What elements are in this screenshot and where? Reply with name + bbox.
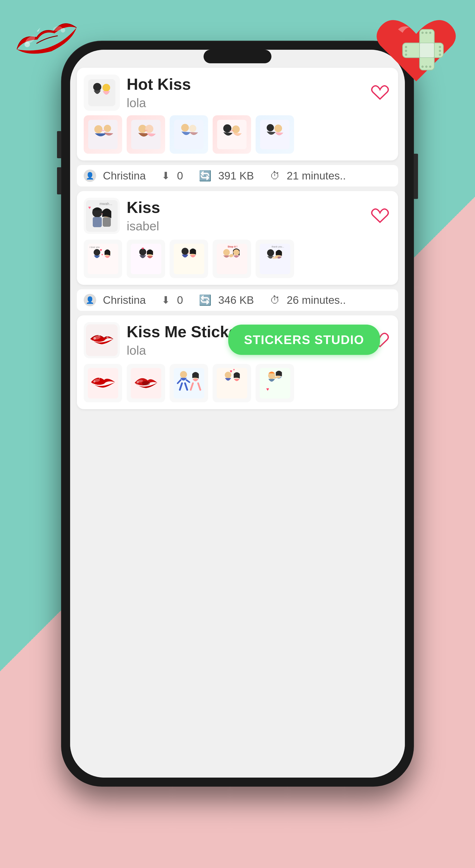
author-bar-kiss: 👤 Christina ⬇ 0 🔄 346 KB ⏱ 26 minutes.. [77,289,398,311]
svg-point-63 [267,249,274,256]
volume-button-2 [57,167,61,194]
heart-bandage-decoration [371,7,462,90]
sticker-item[interactable]: ♥ ♥ [213,364,251,402]
phone-screen: Hot Kiss lola [70,50,405,778]
svg-text:♥: ♥ [88,205,91,210]
size-value-1: 391 KB [218,169,254,182]
author-name-1: Christina [103,169,146,182]
time-value-2: 26 minutes.. [287,294,346,306]
svg-point-73 [93,380,95,382]
sticker-item[interactable] [127,364,165,402]
sticker-item[interactable]: i love you ♥ ♥ [84,240,122,278]
svg-point-27 [145,125,153,133]
pack-card-kiss-me: Kiss Me Sticker lola [77,315,398,409]
svg-point-36 [274,125,282,132]
sticker-item[interactable] [84,115,122,154]
pack-card-kiss: mwah... [77,191,398,285]
svg-rect-50 [131,244,161,274]
svg-point-30 [189,125,196,132]
sticker-item[interactable]: thank you... [256,240,294,278]
svg-point-23 [94,125,102,133]
svg-point-14 [425,32,427,34]
svg-text:♥: ♥ [233,368,235,371]
kiss-favorite-button[interactable] [369,205,391,227]
svg-text:♥: ♥ [100,248,102,252]
kiss-sticker-row: i love you ♥ ♥ [84,240,391,278]
svg-text:♥: ♥ [142,246,144,251]
svg-point-24 [104,125,111,132]
svg-point-32 [223,124,231,132]
size-value-2: 346 KB [218,294,254,306]
download-count-2: 0 [177,294,183,306]
svg-point-58 [223,249,230,256]
author-name-2: Christina [103,294,146,306]
size-icon-1: 🔄 [199,170,211,182]
sticker-item[interactable] [170,115,208,154]
svg-point-35 [267,124,274,131]
time-icon-1: ⏱ [270,170,280,182]
stickers-studio-button[interactable]: STICKERS STUDIO [228,324,380,355]
stop-label: Stop it ! [228,245,237,248]
sticker-item[interactable] [84,364,122,402]
svg-rect-42 [103,217,111,227]
sticker-item[interactable] [170,240,208,278]
hot-kiss-author: lola [127,96,369,110]
sticker-item[interactable]: ♥ [256,364,294,402]
kiss-me-sticker-row: ♥ ♥ [84,364,391,402]
svg-rect-31 [217,120,246,149]
svg-text:mwah...: mwah... [99,202,112,206]
svg-point-12 [439,54,441,56]
download-count-1: 0 [177,169,183,182]
pack-info-kiss: Kiss isabel [127,198,369,233]
time-icon-2: ⏱ [270,294,280,306]
lips-decoration [4,4,90,77]
sticker-stop[interactable]: Stop it ! [213,240,251,278]
author-avatar-2: 👤 [84,294,96,306]
svg-point-33 [232,125,240,133]
svg-text:♥: ♥ [230,369,232,374]
sticker-item[interactable] [256,115,294,154]
svg-point-21 [102,84,110,92]
svg-point-20 [93,83,101,91]
sticker-item[interactable]: ♥ [127,240,165,278]
pack-header-kiss: mwah... [84,198,391,234]
author-bar-hot-kiss: 👤 Christina ⬇ 0 🔄 391 KB ⏱ 21 minutes.. [77,165,398,186]
size-icon-2: 🔄 [199,294,211,306]
hot-kiss-sticker-row [84,115,391,154]
hot-kiss-title: Hot Kiss [127,75,369,93]
svg-point-7 [405,46,407,48]
svg-text:i love you: i love you [89,246,99,248]
sticker-item[interactable] [127,115,165,154]
svg-point-11 [439,50,441,52]
phone-notch [204,50,271,63]
svg-point-18 [429,66,432,68]
download-icon-1: ⬇ [161,170,170,182]
screen-content: Hot Kiss lola [70,50,405,778]
svg-point-70 [106,336,109,339]
svg-rect-19 [88,79,115,106]
svg-rect-61 [260,244,290,274]
pack-info-hot-kiss: Hot Kiss lola [127,75,369,110]
kiss-thumb: mwah... [84,198,120,234]
svg-rect-6 [420,43,434,58]
svg-point-75 [142,381,150,385]
svg-point-8 [405,50,407,52]
hot-kiss-thumb [84,74,120,111]
svg-point-17 [425,66,427,68]
svg-point-55 [181,248,188,255]
svg-point-77 [137,381,139,383]
volume-button [57,131,61,158]
sticker-item[interactable] [213,115,251,154]
svg-point-69 [93,337,96,340]
svg-rect-40 [93,217,102,227]
sticker-item[interactable] [170,364,208,402]
svg-point-79 [180,371,187,378]
svg-point-59 [233,249,239,255]
svg-point-29 [181,124,189,131]
power-button [414,154,418,199]
svg-point-46 [94,249,100,256]
kiss-author: isabel [127,219,369,233]
time-value-1: 21 minutes.. [287,169,346,182]
svg-point-10 [439,46,441,48]
download-icon-2: ⬇ [161,294,170,306]
